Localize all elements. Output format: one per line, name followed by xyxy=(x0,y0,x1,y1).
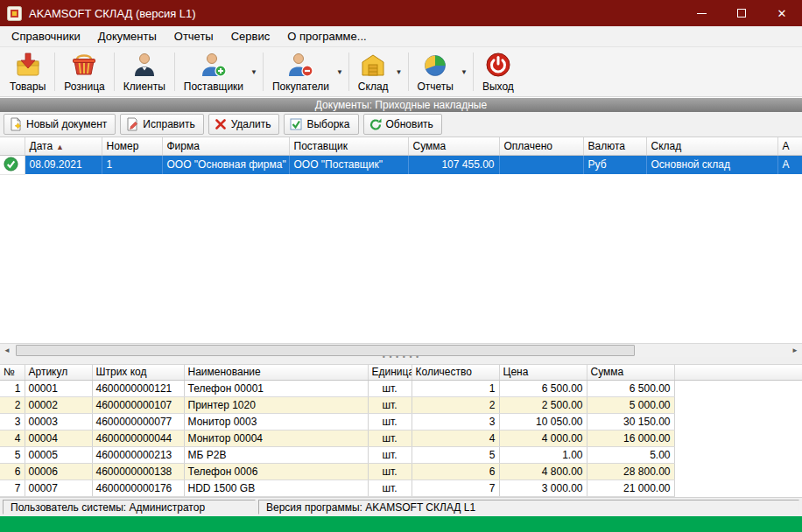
item-column-unit[interactable]: Единица xyxy=(368,365,412,381)
column-header-paid[interactable]: Оплачено xyxy=(499,137,583,155)
row-status-cell xyxy=(0,155,25,174)
goods-box-icon xyxy=(15,52,41,78)
warehouse-dropdown-arrow-icon[interactable]: ▼ xyxy=(396,68,406,76)
toolbar-separator xyxy=(408,52,409,91)
reports-dropdown-arrow-icon[interactable]: ▼ xyxy=(461,68,471,76)
toolbar-group-buyers: Покупатели ▼ xyxy=(265,49,347,94)
suppliers-dropdown-arrow-icon[interactable]: ▼ xyxy=(250,68,261,76)
item-cell-filler xyxy=(674,480,802,497)
window-controls: ✕ xyxy=(681,0,802,26)
item-column-filler xyxy=(674,365,802,381)
buyers-dropdown-arrow-icon[interactable]: ▼ xyxy=(336,68,347,76)
new-document-button[interactable]: Новый документ xyxy=(4,114,116,135)
exit-button[interactable]: Выход xyxy=(475,49,521,95)
item-cell-article: 00004 xyxy=(25,430,92,447)
column-header-extra[interactable]: А xyxy=(777,137,802,155)
item-cell-article: 00006 xyxy=(25,464,92,480)
menu-o-programme[interactable]: О программе... xyxy=(278,27,375,46)
items-table-body: 1 00001 4600000000121 Телефон 00001 шт. … xyxy=(0,381,802,497)
refresh-icon xyxy=(369,117,383,131)
item-cell-name: HDD 1500 GB xyxy=(184,480,368,497)
item-column-qty[interactable]: Количество xyxy=(412,365,499,381)
item-column-number[interactable]: № xyxy=(0,365,25,381)
close-button[interactable]: ✕ xyxy=(762,0,802,26)
menu-dokumenty[interactable]: Документы xyxy=(89,27,165,46)
toolbar-separator xyxy=(263,52,264,91)
column-header-warehouse[interactable]: Склад xyxy=(646,137,777,155)
item-row[interactable]: 5 00005 4600000000213 МБ Р2В шт. 5 1.00 … xyxy=(0,447,802,464)
item-row[interactable]: 3 00003 4600000000077 Монитор 0003 шт. 3… xyxy=(0,414,802,430)
column-header-date[interactable]: Дата▲ xyxy=(25,137,102,155)
scroll-left-button[interactable]: ◄ xyxy=(0,344,14,357)
reports-pie-icon xyxy=(422,52,448,78)
goods-button[interactable]: Товары xyxy=(3,49,53,95)
edit-button[interactable]: Исправить xyxy=(120,114,203,135)
maximize-icon xyxy=(737,9,746,18)
toolbar-group-warehouse: Склад ▼ xyxy=(351,49,406,94)
refresh-button[interactable]: Обновить xyxy=(363,114,442,135)
column-header-supplier[interactable]: Поставщик xyxy=(289,137,408,155)
item-column-article[interactable]: Артикул xyxy=(25,365,92,381)
maximize-button[interactable] xyxy=(721,0,762,26)
toolbar-separator xyxy=(473,52,474,91)
menu-servis[interactable]: Сервис xyxy=(222,27,279,46)
item-column-sum[interactable]: Сумма xyxy=(587,365,674,381)
reports-button-label: Отчеты xyxy=(418,80,454,93)
item-cell-sum: 28 800.00 xyxy=(587,464,674,480)
item-cell-filler xyxy=(674,430,802,447)
menu-spravochniki[interactable]: Справочники xyxy=(3,27,89,46)
items-header-row: № Артикул Штрих код Наименование Единица… xyxy=(0,365,802,381)
goods-button-label: Товары xyxy=(10,80,46,93)
new-document-icon xyxy=(9,117,23,131)
item-cell-filler xyxy=(674,447,802,464)
column-header-currency[interactable]: Валюта xyxy=(583,137,646,155)
delete-button[interactable]: Удалить xyxy=(208,114,280,135)
column-header-number[interactable]: Номер xyxy=(102,137,162,155)
warehouse-button[interactable]: Склад xyxy=(351,49,396,95)
item-row[interactable]: 7 00007 4600000000176 HDD 1500 GB шт. 7 … xyxy=(0,480,802,497)
column-header-icon[interactable] xyxy=(0,137,25,155)
delete-label: Удалить xyxy=(231,118,271,130)
column-header-firm[interactable]: Фирма xyxy=(162,137,289,155)
item-cell-barcode: 4600000000077 xyxy=(92,414,184,430)
posted-check-icon xyxy=(4,162,18,174)
scrollbar-thumb[interactable] xyxy=(16,345,635,356)
item-cell-unit: шт. xyxy=(368,381,412,397)
item-cell-filler xyxy=(674,414,802,430)
toolbar-group-suppliers: Поставщики ▼ xyxy=(177,49,261,94)
item-cell-name: Принтер 1020 xyxy=(184,397,368,414)
scroll-right-button[interactable]: ► xyxy=(788,344,802,357)
item-cell-name: МБ Р2В xyxy=(184,447,368,464)
item-row[interactable]: 4 00004 4600000000044 Монитор 00004 шт. … xyxy=(0,430,802,447)
item-row[interactable]: 2 00002 4600000000107 Принтер 1020 шт. 2… xyxy=(0,397,802,414)
item-cell-article: 00005 xyxy=(25,447,92,464)
exit-button-label: Выход xyxy=(482,80,514,93)
retail-button[interactable]: Розница xyxy=(57,49,111,95)
buyers-person-minus-icon xyxy=(287,52,313,78)
clients-button[interactable]: Клиенты xyxy=(116,49,172,95)
item-cell-filler xyxy=(674,464,802,480)
item-cell-unit: шт. xyxy=(368,447,412,464)
item-cell-unit: шт. xyxy=(368,480,412,497)
column-header-sum[interactable]: Сумма xyxy=(408,137,499,155)
bottom-accent-bar xyxy=(0,516,802,532)
item-row[interactable]: 6 00006 4600000000138 Телефон 0006 шт. 6… xyxy=(0,464,802,480)
suppliers-button[interactable]: Поставщики xyxy=(177,49,250,95)
item-cell-filler xyxy=(674,397,802,414)
document-cell-firm: ООО "Основная фирма" xyxy=(162,155,289,174)
item-cell-barcode: 4600000000138 xyxy=(92,464,184,480)
filter-button[interactable]: Выборка xyxy=(284,114,358,135)
item-column-barcode[interactable]: Штрих код xyxy=(92,365,184,381)
item-cell-barcode: 4600000000176 xyxy=(92,480,184,497)
buyers-button[interactable]: Покупатели xyxy=(265,49,336,95)
item-row[interactable]: 1 00001 4600000000121 Телефон 00001 шт. … xyxy=(0,381,802,397)
document-row-selected[interactable]: 08.09.2021 1 ООО "Основная фирма" ООО "П… xyxy=(0,155,802,174)
item-column-price[interactable]: Цена xyxy=(499,365,587,381)
menu-otchety[interactable]: Отчеты xyxy=(165,27,222,46)
item-column-name[interactable]: Наименование xyxy=(184,365,368,381)
splitter-handle[interactable] xyxy=(0,357,802,365)
retail-button-label: Розница xyxy=(64,80,104,93)
minimize-button[interactable] xyxy=(681,0,721,26)
item-cell-sum: 5 000.00 xyxy=(587,397,674,414)
reports-button[interactable]: Отчеты xyxy=(411,49,461,95)
